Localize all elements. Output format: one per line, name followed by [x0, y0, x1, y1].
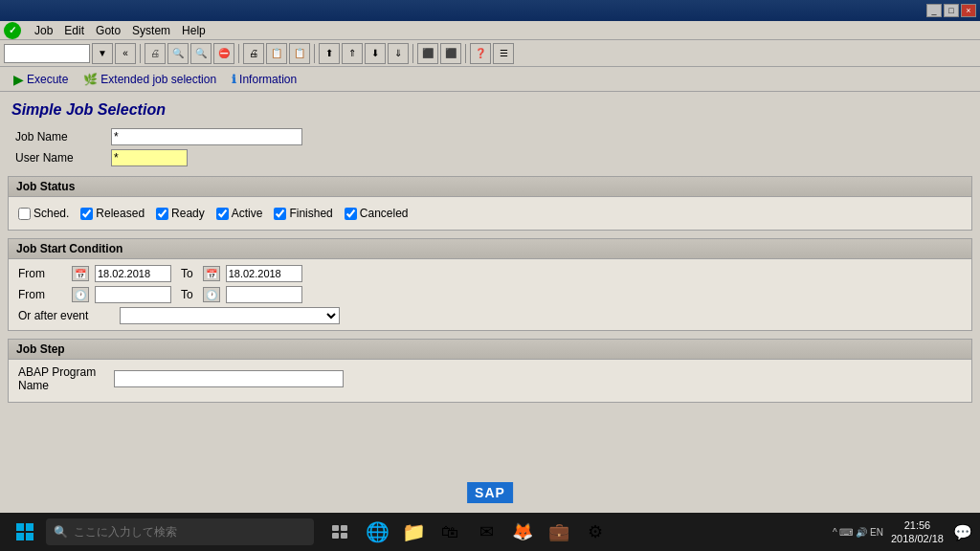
from-date-icon-1[interactable]: 📅	[72, 266, 89, 281]
explorer-button[interactable]: 📁	[398, 517, 429, 547]
time-row-1: From 🕐 To 🕐	[18, 286, 962, 303]
job-status-body: Sched. Released Ready Active Finished	[9, 197, 971, 230]
job-step-header: Job Step	[9, 340, 971, 360]
to-date-icon-1[interactable]: 📅	[203, 266, 220, 281]
toolbar-pgdn-btn[interactable]: ⇓	[388, 43, 409, 64]
toolbar-up-btn[interactable]: ⬆	[319, 43, 340, 64]
execute-button[interactable]: ▶ Execute	[8, 70, 74, 89]
toolbar-menu-btn[interactable]: ☰	[493, 43, 514, 64]
finished-checkbox[interactable]	[274, 208, 286, 220]
toolbar-dropdown-arrow[interactable]: ▼	[92, 43, 113, 64]
sched-checkbox-item[interactable]: Sched.	[18, 207, 69, 220]
menu-system[interactable]: System	[126, 22, 176, 39]
toolbar-sep-3	[314, 44, 315, 63]
info-icon: ℹ	[232, 73, 236, 86]
active-checkbox-item[interactable]: Active	[216, 207, 263, 220]
toolbar-stop-btn[interactable]: ⛔	[213, 43, 234, 64]
menu-bar: ✓ Job Edit Goto System Help	[0, 21, 980, 40]
svg-rect-2	[16, 533, 24, 540]
toolbar-pgup-btn[interactable]: ⇑	[342, 43, 363, 64]
canceled-checkbox-item[interactable]: Canceled	[345, 207, 409, 220]
job-start-condition-section: Job Start Condition From 📅 To 📅 From 🕐 T…	[8, 238, 972, 331]
to-date-input-1[interactable]	[226, 265, 302, 282]
svg-rect-0	[16, 523, 24, 531]
taskbar-search-box[interactable]: 🔍	[46, 518, 314, 545]
svg-rect-5	[341, 525, 347, 531]
task-view-icon	[332, 525, 349, 539]
close-button[interactable]: ×	[961, 4, 976, 17]
search-icon: 🔍	[54, 525, 68, 539]
finished-checkbox-item[interactable]: Finished	[274, 207, 332, 220]
task-view-button[interactable]	[325, 517, 356, 547]
job-status-checkboxes: Sched. Released Ready Active Finished	[18, 203, 962, 224]
from-label-1: From	[18, 267, 66, 280]
menu-help[interactable]: Help	[176, 22, 212, 39]
job-name-input[interactable]	[111, 128, 302, 145]
canceled-checkbox[interactable]	[345, 208, 357, 220]
toolbar-layout2-btn[interactable]: ⬛	[440, 43, 461, 64]
abap-input[interactable]	[114, 370, 344, 387]
information-button[interactable]: ℹ Information	[226, 71, 302, 88]
job-name-label: Job Name	[15, 130, 111, 143]
toolbar-back-btn[interactable]: «	[115, 43, 136, 64]
window-controls[interactable]: _ □ ×	[926, 4, 976, 17]
settings-button[interactable]: ⚙	[580, 517, 611, 547]
from-date-input-1[interactable]	[95, 265, 171, 282]
mail-button[interactable]: ✉	[471, 517, 501, 547]
maximize-button[interactable]: □	[944, 4, 959, 17]
toolbar-layout1-btn[interactable]: ⬛	[417, 43, 438, 64]
active-checkbox[interactable]	[216, 208, 229, 220]
finished-label: Finished	[289, 207, 332, 220]
released-checkbox[interactable]	[80, 208, 93, 220]
user-name-row: User Name	[15, 149, 965, 166]
event-row: Or after event	[18, 307, 962, 324]
toolbar-down-btn[interactable]: ⬇	[365, 43, 386, 64]
ready-checkbox[interactable]	[156, 208, 168, 220]
menu-job[interactable]: Job	[29, 22, 58, 39]
windows-icon	[15, 522, 34, 541]
or-after-event-label: Or after event	[18, 309, 114, 322]
event-dropdown[interactable]	[120, 307, 340, 324]
menu-edit[interactable]: Edit	[58, 22, 90, 39]
svg-rect-1	[26, 523, 33, 531]
released-checkbox-item[interactable]: Released	[80, 207, 145, 220]
sap-logo-text: SAP	[467, 482, 513, 503]
toolbar-clip-btn[interactable]: 📋	[266, 43, 287, 64]
toolbar-find-next-btn[interactable]: 🔍	[190, 43, 212, 64]
minimize-button[interactable]: _	[926, 4, 942, 17]
to-time-input[interactable]	[226, 286, 302, 303]
firefox-button[interactable]: 🦊	[507, 517, 538, 547]
job-status-section: Job Status Sched. Released Ready Active	[8, 176, 972, 231]
taskbar-search-input[interactable]	[74, 525, 306, 539]
toolbar-print-btn[interactable]: 🖨	[145, 43, 166, 64]
job-step-body: ABAP Program Name	[9, 360, 971, 402]
sap-taskbar-button[interactable]: 💼	[544, 517, 574, 547]
execute-label: Execute	[27, 73, 68, 86]
info-label: Information	[239, 73, 297, 86]
sched-checkbox[interactable]	[18, 208, 31, 220]
toolbar-sep-1	[140, 44, 141, 63]
canceled-label: Canceled	[360, 207, 409, 220]
ready-checkbox-item[interactable]: Ready	[156, 207, 205, 220]
edge-button[interactable]: 🌐	[362, 517, 392, 547]
toolbar-print2-btn[interactable]: 🖨	[243, 43, 264, 64]
from-time-input[interactable]	[95, 286, 171, 303]
taskbar: 🔍 🌐 📁 🛍 ✉ 🦊 💼 ⚙ ^ ⌨ 🔊 EN 21:56 2018/02/1…	[0, 513, 980, 551]
from-time-icon[interactable]: 🕐	[72, 287, 89, 302]
svg-rect-7	[341, 533, 347, 539]
store-button[interactable]: 🛍	[434, 517, 465, 547]
page-title: Simple Job Selection	[8, 96, 972, 124]
start-button[interactable]	[8, 515, 42, 549]
active-label: Active	[232, 207, 263, 220]
menu-goto[interactable]: Goto	[90, 22, 126, 39]
to-time-icon[interactable]: 🕐	[203, 287, 220, 302]
toolbar-find-btn[interactable]: 🔍	[167, 43, 189, 64]
user-name-input[interactable]	[111, 149, 188, 166]
toolbar-clip2-btn[interactable]: 📋	[289, 43, 310, 64]
taskbar-time: 21:56 2018/02/18	[891, 518, 944, 546]
extended-icon: 🌿	[83, 73, 98, 86]
toolbar-input[interactable]	[4, 44, 90, 63]
toolbar-help-btn[interactable]: ❓	[470, 43, 491, 64]
toolbar-sep-4	[412, 44, 413, 63]
extended-selection-button[interactable]: 🌿 Extended job selection	[78, 71, 222, 88]
